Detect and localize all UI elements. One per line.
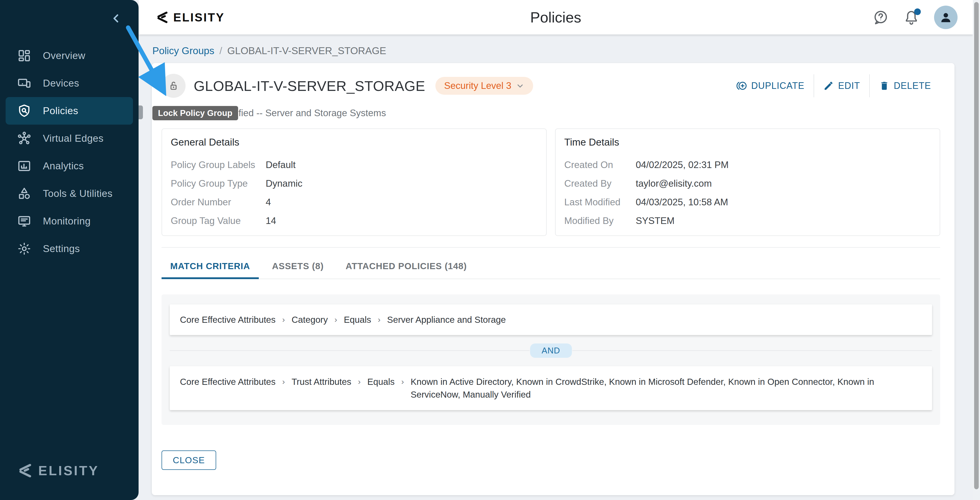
person-icon	[939, 10, 953, 25]
chevron-right-icon: ›	[358, 377, 361, 387]
tab-assets[interactable]: ASSETS (8)	[263, 254, 332, 279]
breadcrumb-policy-groups-link[interactable]: Policy Groups	[152, 45, 215, 56]
sidebar-item-label: Monitoring	[43, 216, 91, 227]
detail-row: Created By taylor@elisity.com	[564, 178, 931, 189]
detail-row: Order Number 4	[171, 197, 538, 208]
duplicate-icon	[736, 80, 747, 91]
sidebar-item-policies[interactable]: Policies	[6, 97, 133, 125]
rule-segment: Equals	[367, 377, 395, 387]
section-divider	[162, 247, 940, 248]
policy-shield-icon	[17, 104, 32, 118]
sidebar-item-label: Devices	[43, 78, 79, 89]
criteria-rule-row: Core Effective Attributes › Trust Attrib…	[170, 366, 932, 410]
notification-badge	[914, 8, 921, 15]
rule-segment: Core Effective Attributes	[180, 377, 275, 387]
sidebar-item-tools-utilities[interactable]: Tools & Utilities	[6, 180, 133, 208]
scrollbar-thumb[interactable]	[974, 2, 979, 489]
lock-policy-group-button[interactable]	[162, 74, 186, 98]
monitor-icon	[17, 214, 32, 228]
sidebar-item-overview[interactable]: Overview	[6, 42, 133, 69]
help-button[interactable]	[873, 10, 889, 25]
detail-row: Last Modified 04/03/2025, 10:58 AM	[564, 197, 931, 208]
criteria-operator-row: AND	[170, 335, 932, 366]
page-title: Policies	[138, 0, 973, 35]
sidebar-nav: Overview Devices Policies Virtual Edges	[0, 42, 138, 262]
tab-attached-policies[interactable]: ATTACHED POLICIES (148)	[337, 254, 476, 279]
shapes-icon	[17, 186, 32, 201]
chevron-right-icon: ›	[401, 377, 404, 387]
match-criteria-panel: Core Effective Attributes › Category › E…	[162, 294, 940, 425]
gear-icon	[17, 241, 32, 256]
sidebar: Overview Devices Policies Virtual Edges	[0, 0, 138, 500]
sidebar-brand-logo: ELISITY	[17, 463, 99, 479]
time-details-card: Time Details Created On 04/02/2025, 02:3…	[555, 128, 940, 236]
row-value: 04/03/2025, 10:58 AM	[636, 197, 728, 208]
rule-segment: Category	[291, 315, 328, 325]
detail-subtitle-row: Lock Policy Group fied -- Server and Sto…	[152, 107, 940, 120]
card-title: Time Details	[564, 137, 931, 148]
detail-row: Modified By SYSTEM	[564, 216, 931, 226]
sidebar-item-settings[interactable]: Settings	[6, 235, 133, 262]
row-value: Default	[266, 160, 296, 170]
main-content: Policy Groups / GLOBAL-IT-V-SERVER_STORA…	[138, 35, 973, 500]
sidebar-item-label: Tools & Utilities	[43, 188, 113, 199]
notifications-button[interactable]	[904, 10, 919, 25]
row-value: taylor@elisity.com	[636, 178, 712, 189]
sidebar-item-monitoring[interactable]: Monitoring	[6, 208, 133, 235]
detail-title-row: GLOBAL-IT-V-SERVER_STORAGE Security Leve…	[162, 74, 940, 98]
chevron-down-icon	[516, 81, 525, 90]
and-operator-chip: AND	[530, 343, 572, 358]
criteria-rule-row: Core Effective Attributes › Category › E…	[170, 304, 932, 335]
sidebar-drag-handle[interactable]	[138, 105, 143, 119]
sidebar-item-label: Overview	[43, 50, 86, 61]
security-level-label: Security Level 3	[444, 80, 511, 91]
edit-label: EDIT	[838, 80, 860, 91]
trash-icon	[879, 80, 890, 91]
chevron-right-icon: ›	[378, 315, 380, 324]
sidebar-item-analytics[interactable]: Analytics	[6, 152, 133, 180]
close-button[interactable]: CLOSE	[162, 450, 216, 470]
sidebar-item-label: Policies	[43, 105, 78, 117]
row-value: SYSTEM	[636, 216, 675, 226]
detail-row: Created On 04/02/2025, 02:31 PM	[564, 160, 931, 170]
lock-open-icon	[168, 80, 180, 92]
top-header: ELISITY Policies	[138, 0, 973, 35]
row-value: 04/02/2025, 02:31 PM	[636, 160, 729, 170]
lock-tooltip: Lock Policy Group	[152, 106, 238, 120]
card-title: General Details	[171, 137, 538, 148]
detail-row: Group Tag Value 14	[171, 216, 538, 226]
sidebar-item-label: Analytics	[43, 160, 84, 172]
detail-row: Policy Group Type Dynamic	[171, 178, 538, 189]
sidebar-collapse-button[interactable]	[108, 11, 124, 26]
row-value: 4	[266, 197, 271, 208]
header-actions	[873, 0, 958, 35]
app-root: Overview Devices Policies Virtual Edges	[0, 0, 980, 500]
row-value: Dynamic	[266, 178, 302, 189]
chevron-left-icon	[110, 12, 123, 25]
row-value: 14	[266, 216, 276, 226]
divider-line	[573, 350, 932, 351]
breadcrumb: Policy Groups / GLOBAL-IT-V-SERVER_STORA…	[152, 42, 955, 63]
breadcrumb-current: GLOBAL-IT-V-SERVER_STORAGE	[228, 45, 387, 56]
edit-button[interactable]: EDIT	[814, 77, 869, 95]
sidebar-item-virtual-edges[interactable]: Virtual Edges	[6, 125, 133, 152]
row-label: Order Number	[171, 197, 266, 208]
edit-pencil-icon	[823, 80, 834, 91]
detail-row: Policy Group Labels Default	[171, 160, 538, 170]
user-avatar[interactable]	[934, 6, 958, 29]
row-label: Modified By	[564, 216, 636, 226]
row-label: Created On	[564, 160, 636, 170]
policy-group-description: fied -- Server and Storage Systems	[239, 108, 386, 118]
tab-match-criteria[interactable]: MATCH CRITERIA	[162, 254, 259, 279]
rule-value: Known in Active Directory, Known in Crow…	[410, 375, 922, 401]
sidebar-item-devices[interactable]: Devices	[6, 69, 133, 97]
duplicate-button[interactable]: DUPLICATE	[727, 76, 814, 96]
rule-segment: Equals	[344, 315, 371, 325]
delete-button[interactable]: DELETE	[870, 77, 940, 95]
security-level-dropdown[interactable]: Security Level 3	[435, 77, 533, 95]
analytics-icon	[17, 158, 32, 173]
sidebar-item-label: Virtual Edges	[43, 133, 103, 144]
sidebar-brand-text: ELISITY	[38, 463, 99, 478]
rule-value: Server Appliance and Storage	[387, 315, 506, 325]
rule-segment: Core Effective Attributes	[180, 315, 275, 325]
